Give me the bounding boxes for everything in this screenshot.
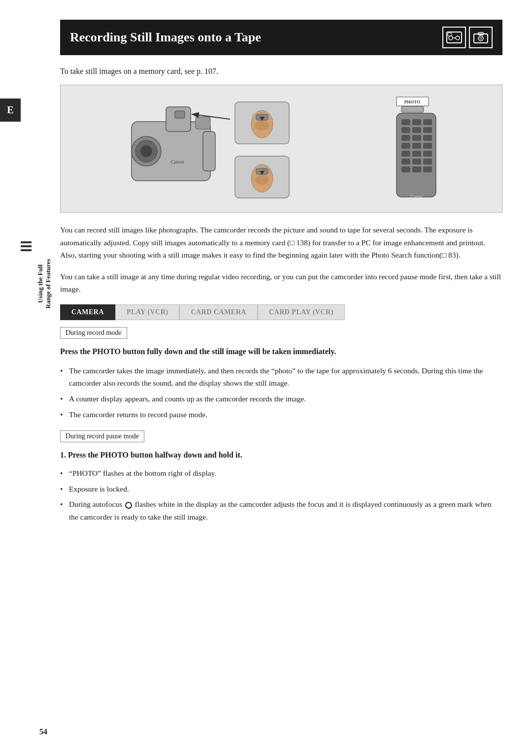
svg-text:Canon: Canon <box>410 194 423 199</box>
svg-rect-42 <box>412 143 421 149</box>
intro-text: To take still images on a memory card, s… <box>60 67 502 76</box>
camcorder-diagram: Canon <box>117 92 304 205</box>
tape-icon <box>442 27 466 48</box>
svg-rect-50 <box>401 166 410 172</box>
bullet-list-1: The camcorder takes the image immediatel… <box>60 364 502 421</box>
svg-point-25 <box>255 175 269 185</box>
circle-icon <box>125 502 132 509</box>
svg-rect-45 <box>412 151 421 157</box>
svg-rect-48 <box>412 159 421 164</box>
svg-rect-46 <box>423 151 432 157</box>
body-paragraph-1: You can record still images like photogr… <box>60 224 502 262</box>
svg-point-20 <box>255 121 269 131</box>
list-item: The camcorder takes the image immediatel… <box>60 364 502 390</box>
svg-rect-34 <box>423 119 432 125</box>
list-item: During autofocus flashes white in the di… <box>60 498 502 523</box>
tab-card-play-vcr[interactable]: CARD PLAY (VCR) <box>258 304 345 320</box>
sidebar-rotated-text: Using the Full Range of Features <box>36 234 52 333</box>
page-number: 54 <box>39 727 47 736</box>
svg-rect-30 <box>401 106 424 112</box>
svg-rect-15 <box>203 131 215 171</box>
camera-icon <box>469 27 493 48</box>
svg-rect-35 <box>401 127 410 133</box>
bold-instruction-1: Press the PHOTO button fully down and th… <box>60 346 502 358</box>
svg-point-11 <box>140 145 152 157</box>
svg-rect-38 <box>401 135 410 141</box>
svg-rect-33 <box>412 119 421 125</box>
body-paragraph-2: You can take a still image at any time d… <box>60 270 502 296</box>
svg-rect-3 <box>448 33 452 36</box>
sidebar-lines-decoration <box>21 241 31 251</box>
main-content: To take still images on a memory card, s… <box>60 67 502 523</box>
numbered-instruction-1: 1. Press the PHOTO button halfway down a… <box>60 449 502 461</box>
diagram-image: Canon <box>60 85 502 213</box>
svg-rect-47 <box>401 159 410 164</box>
svg-point-5 <box>478 36 483 41</box>
svg-rect-41 <box>401 143 410 149</box>
svg-rect-37 <box>423 127 432 133</box>
svg-rect-32 <box>401 119 410 125</box>
tab-play-vcr[interactable]: PLAY (VCR) <box>115 304 179 320</box>
title-icons-group <box>442 27 493 48</box>
svg-point-7 <box>480 37 482 39</box>
remote-diagram: PHOTO <box>387 95 446 203</box>
list-item: Exposure is locked. <box>60 483 502 495</box>
svg-rect-51 <box>412 166 421 172</box>
svg-rect-36 <box>412 127 421 133</box>
list-item: “PHOTO” flashes at the bottom right of d… <box>60 467 502 480</box>
page-wrapper: E Using the Full Range of Features Recor… <box>0 0 532 756</box>
page-title: Recording Still Images onto a Tape <box>70 30 261 45</box>
tab-camera[interactable]: CAMERA <box>60 304 115 320</box>
svg-rect-40 <box>423 135 432 141</box>
svg-text:PHOTO: PHOTO <box>404 99 420 104</box>
svg-point-1 <box>449 36 453 40</box>
bullet-list-2: “PHOTO” flashes at the bottom right of d… <box>60 467 502 523</box>
svg-point-2 <box>456 36 460 40</box>
svg-rect-13 <box>196 117 210 129</box>
mode-tabs-bar: CAMERA PLAY (VCR) CARD CAMERA CARD PLAY … <box>60 304 502 320</box>
svg-rect-43 <box>423 143 432 149</box>
page-title-bar: Recording Still Images onto a Tape <box>60 20 502 55</box>
record-pause-mode-label: During record pause mode <box>60 430 144 442</box>
sidebar-e-label: E <box>0 99 21 122</box>
svg-rect-49 <box>423 159 432 164</box>
svg-rect-52 <box>423 166 432 172</box>
list-item: A counter display appears, and counts up… <box>60 393 502 405</box>
record-mode-label: During record mode <box>60 327 127 339</box>
svg-rect-44 <box>401 151 410 157</box>
tab-card-camera[interactable]: CARD CAMERA <box>179 304 257 320</box>
svg-rect-17 <box>175 111 185 118</box>
svg-rect-39 <box>412 135 421 141</box>
svg-text:Canon: Canon <box>171 159 184 164</box>
list-item: The camcorder returns to record pause mo… <box>60 408 502 421</box>
